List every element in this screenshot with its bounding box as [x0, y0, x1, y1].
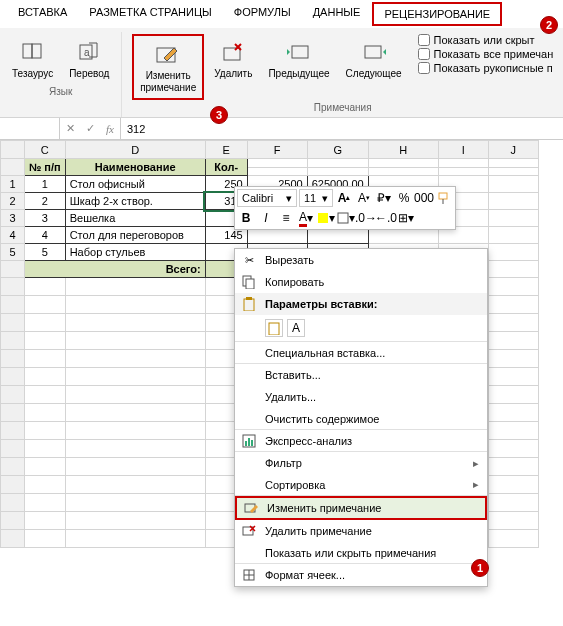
- ctx-clear[interactable]: Очистить содержимое: [235, 408, 487, 430]
- thousands-sep-button[interactable]: 000: [415, 189, 433, 207]
- cell-c2[interactable]: 2: [25, 193, 66, 210]
- cell[interactable]: [25, 458, 66, 476]
- italic-button[interactable]: I: [257, 209, 275, 227]
- cell[interactable]: [65, 458, 205, 476]
- borders-button[interactable]: ▾: [337, 209, 355, 227]
- col-header-g[interactable]: G: [307, 141, 368, 159]
- cell[interactable]: [25, 314, 66, 332]
- tab-formulas[interactable]: ФОРМУЛЫ: [224, 2, 301, 26]
- cell[interactable]: [488, 227, 538, 244]
- edit-comment-button[interactable]: Изменитьпримечание: [132, 34, 204, 100]
- cell[interactable]: [65, 404, 205, 422]
- tab-data[interactable]: ДАННЫЕ: [303, 2, 371, 26]
- header-num[interactable]: № п/п: [25, 159, 66, 176]
- cell[interactable]: [247, 159, 307, 168]
- row-header-2[interactable]: 2: [1, 193, 25, 210]
- cell-c5[interactable]: 5: [25, 244, 66, 261]
- ctx-show-hide-comment[interactable]: Показать или скрыть примечания: [235, 542, 487, 564]
- col-header-d[interactable]: D: [65, 141, 205, 159]
- cell[interactable]: [65, 440, 205, 458]
- format-painter-button[interactable]: [435, 189, 453, 207]
- cell[interactable]: [25, 278, 66, 296]
- cell[interactable]: [25, 494, 66, 512]
- cell[interactable]: [488, 512, 538, 530]
- select-all-corner[interactable]: [1, 141, 25, 159]
- cell[interactable]: [488, 261, 538, 278]
- row-header[interactable]: [1, 332, 25, 350]
- cell[interactable]: [65, 494, 205, 512]
- row-header[interactable]: [1, 296, 25, 314]
- cell[interactable]: [488, 296, 538, 314]
- cell[interactable]: [438, 167, 488, 176]
- cell[interactable]: [488, 244, 538, 261]
- row-header[interactable]: [1, 440, 25, 458]
- cell-c4[interactable]: 4: [25, 227, 66, 244]
- decrease-font-button[interactable]: A▾: [355, 189, 373, 207]
- row-header[interactable]: [1, 278, 25, 296]
- cell[interactable]: [65, 296, 205, 314]
- font-family-select[interactable]: Calibri▾: [237, 189, 297, 207]
- cell[interactable]: [488, 386, 538, 404]
- ctx-delete-comment[interactable]: Удалить примечание: [235, 520, 487, 542]
- cell[interactable]: [25, 422, 66, 440]
- cell[interactable]: [65, 350, 205, 368]
- cell[interactable]: [25, 332, 66, 350]
- cell[interactable]: [368, 159, 438, 168]
- header-name[interactable]: Наименование: [65, 159, 205, 176]
- cell[interactable]: [65, 332, 205, 350]
- col-header-h[interactable]: H: [368, 141, 438, 159]
- prev-comment-button[interactable]: Предыдущее: [262, 34, 335, 100]
- fx-button[interactable]: fx: [100, 123, 120, 135]
- cell[interactable]: [488, 530, 538, 548]
- row-header[interactable]: [1, 368, 25, 386]
- translate-button[interactable]: a Перевод: [63, 34, 115, 84]
- row-header[interactable]: [1, 458, 25, 476]
- row-header[interactable]: [1, 530, 25, 548]
- tab-pagelayout[interactable]: РАЗМЕТКА СТРАНИЦЫ: [79, 2, 221, 26]
- decrease-decimal-button[interactable]: ←.0: [377, 209, 395, 227]
- delete-comment-button[interactable]: Удалить: [208, 34, 258, 100]
- merge-button[interactable]: ⊞▾: [397, 209, 415, 227]
- cell[interactable]: [488, 404, 538, 422]
- cell[interactable]: [488, 458, 538, 476]
- cell[interactable]: [488, 332, 538, 350]
- cell[interactable]: [488, 167, 538, 176]
- ctx-edit-comment[interactable]: Изменить примечание: [235, 496, 487, 520]
- ctx-copy[interactable]: Копировать: [235, 271, 487, 293]
- row-header-1[interactable]: 1: [1, 176, 25, 193]
- cell[interactable]: [438, 159, 488, 168]
- cell[interactable]: [25, 368, 66, 386]
- cell[interactable]: [307, 167, 368, 176]
- cell[interactable]: [488, 440, 538, 458]
- show-hide-comment-option[interactable]: Показать или скрыт: [418, 34, 554, 46]
- cell[interactable]: [25, 386, 66, 404]
- cell[interactable]: [65, 530, 205, 548]
- cancel-formula-button[interactable]: ✕: [60, 122, 80, 135]
- row-header[interactable]: [1, 404, 25, 422]
- paste-values-icon[interactable]: A: [287, 319, 305, 337]
- accept-formula-button[interactable]: ✓: [80, 122, 100, 135]
- row-header-3[interactable]: 3: [1, 210, 25, 227]
- col-header-c[interactable]: C: [25, 141, 66, 159]
- row-header[interactable]: [1, 261, 25, 278]
- cell[interactable]: [65, 278, 205, 296]
- row-header[interactable]: [1, 159, 25, 176]
- cell[interactable]: [488, 494, 538, 512]
- col-header-f[interactable]: F: [247, 141, 307, 159]
- cell[interactable]: [65, 314, 205, 332]
- cell[interactable]: [307, 159, 368, 168]
- row-header[interactable]: [1, 422, 25, 440]
- cell[interactable]: [488, 176, 538, 193]
- fill-color-button[interactable]: ▾: [317, 209, 335, 227]
- cell-c1[interactable]: 1: [25, 176, 66, 193]
- ctx-paste-special[interactable]: Специальная вставка...: [235, 342, 487, 364]
- cell[interactable]: [65, 476, 205, 494]
- cell[interactable]: [65, 368, 205, 386]
- thesaurus-button[interactable]: Тезаурус: [6, 34, 59, 84]
- cell[interactable]: [65, 422, 205, 440]
- font-color-button[interactable]: A▾: [297, 209, 315, 227]
- tab-review[interactable]: РЕЦЕНЗИРОВАНИЕ: [372, 2, 502, 26]
- cell[interactable]: [25, 404, 66, 422]
- align-center-button[interactable]: ≡: [277, 209, 295, 227]
- cell-d3[interactable]: Вешелка: [65, 210, 205, 227]
